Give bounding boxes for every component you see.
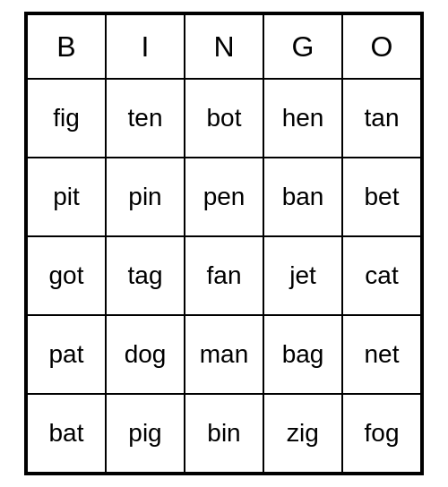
bingo-row-0: figtenbothentan [27, 79, 421, 158]
bingo-cell-2-2: fan [185, 236, 263, 315]
bingo-cell-2-4: cat [342, 236, 421, 315]
bingo-cell-4-3: zig [263, 394, 342, 473]
bingo-cell-3-2: man [185, 315, 263, 394]
bingo-cell-0-1: ten [106, 79, 185, 158]
header-cell-i: I [106, 14, 185, 79]
bingo-cell-3-4: net [342, 315, 421, 394]
bingo-cell-0-3: hen [263, 79, 342, 158]
bingo-cell-2-0: got [27, 236, 106, 315]
bingo-row-1: pitpinpenbanbet [27, 158, 421, 236]
bingo-cell-4-1: pig [106, 394, 185, 473]
bingo-cell-4-2: bin [185, 394, 263, 473]
bingo-row-3: patdogmanbagnet [27, 315, 421, 394]
bingo-cell-1-4: bet [342, 158, 421, 236]
bingo-cell-4-0: bat [27, 394, 106, 473]
bingo-cell-2-1: tag [106, 236, 185, 315]
bingo-cell-1-0: pit [27, 158, 106, 236]
bingo-cell-3-1: dog [106, 315, 185, 394]
bingo-card: BINGO figtenbothentanpitpinpenbanbetgott… [24, 12, 424, 475]
bingo-row-4: batpigbinzigfog [27, 394, 421, 473]
bingo-cell-1-2: pen [185, 158, 263, 236]
bingo-cell-0-0: fig [27, 79, 106, 158]
header-cell-o: O [342, 14, 421, 79]
header-cell-g: G [263, 14, 342, 79]
header-row: BINGO [27, 14, 421, 79]
bingo-cell-0-2: bot [185, 79, 263, 158]
bingo-row-2: gottagfanjetcat [27, 236, 421, 315]
bingo-cell-3-3: bag [263, 315, 342, 394]
bingo-cell-1-1: pin [106, 158, 185, 236]
bingo-cell-4-4: fog [342, 394, 421, 473]
bingo-cell-0-4: tan [342, 79, 421, 158]
header-cell-n: N [185, 14, 263, 79]
header-cell-b: B [27, 14, 106, 79]
bingo-cell-1-3: ban [263, 158, 342, 236]
bingo-table: BINGO figtenbothentanpitpinpenbanbetgott… [26, 13, 422, 474]
bingo-cell-2-3: jet [263, 236, 342, 315]
bingo-cell-3-0: pat [27, 315, 106, 394]
